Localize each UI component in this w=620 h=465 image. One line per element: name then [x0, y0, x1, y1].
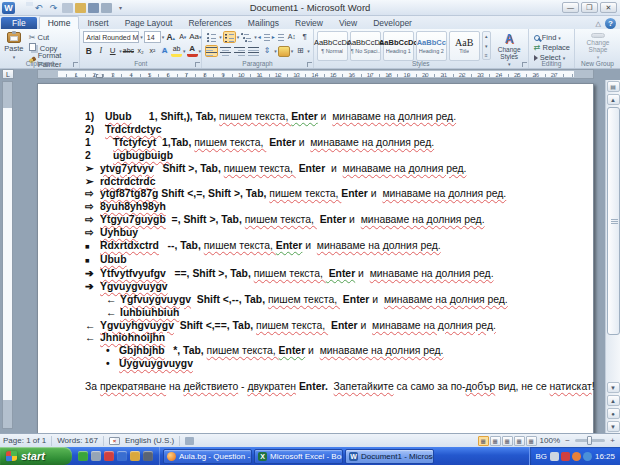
horizontal-ruler[interactable]: 1234567891011121314151617181920212223242… — [37, 69, 594, 79]
zoom-out-button[interactable]: − — [563, 436, 572, 445]
gallery-down-icon[interactable]: ▾ — [485, 43, 488, 49]
gallery-more-icon[interactable]: ≡ — [485, 52, 488, 58]
zoom-in-button[interactable]: + — [608, 436, 617, 445]
tab-insert[interactable]: Insert — [79, 17, 116, 29]
quick-launch-icon-5[interactable] — [130, 451, 140, 461]
language-indicator[interactable]: English (U.S.) — [125, 436, 174, 445]
text-effects-button[interactable]: A — [159, 45, 170, 57]
change-shape-button[interactable]: Change Shape ▾ — [578, 31, 618, 60]
align-right-button[interactable] — [233, 45, 246, 57]
superscript-button[interactable]: x² — [147, 45, 158, 57]
view-ruler-toggle-icon[interactable]: ▤ — [607, 81, 620, 92]
tab-mailings[interactable]: Mailings — [240, 17, 287, 29]
vertical-scrollbar[interactable]: ▤ ▲ ▼ ▲ ● ▼ — [605, 80, 620, 433]
scroll-down-icon[interactable]: ▼ — [607, 382, 620, 393]
full-screen-reading-view-button[interactable]: ▦ — [490, 436, 501, 446]
tab-stop-selector[interactable]: L — [2, 69, 14, 79]
tray-icon-1[interactable] — [550, 452, 559, 461]
multilevel-list-button[interactable] — [240, 31, 253, 43]
styles-gallery-scroll[interactable]: ▴ ▾ ≡ — [482, 31, 491, 60]
show-paragraph-marks-button[interactable]: ¶ — [299, 31, 311, 43]
taskbar-button-firefox[interactable]: Aula.bg - Question - ... — [163, 449, 252, 464]
tab-references[interactable]: References — [180, 17, 239, 29]
increase-indent-button[interactable] — [272, 31, 285, 43]
change-case-button[interactable]: Aa▾ — [189, 31, 201, 43]
shading-button[interactable] — [278, 46, 290, 57]
borders-button[interactable]: ⊞ — [294, 45, 306, 57]
zoom-level[interactable]: 100% — [540, 436, 560, 445]
style-normal[interactable]: AaBbCcDc¶ Normal — [317, 31, 348, 61]
quick-launch-icon-2[interactable] — [91, 451, 101, 461]
style-title[interactable]: AaBTitle — [449, 31, 480, 61]
tab-review[interactable]: Review — [287, 17, 331, 29]
taskbar-button-word[interactable]: WDocument1 - Microsof... — [345, 449, 434, 464]
style-h1[interactable]: AaBbCcDcHeading 1 — [383, 31, 414, 61]
change-styles-button[interactable]: A Change Styles ▾ — [493, 31, 526, 60]
strikethrough-button[interactable]: abc — [123, 45, 134, 57]
sort-button[interactable]: A↕ — [286, 31, 298, 43]
print-layout-view-button[interactable]: ▦ — [478, 436, 489, 446]
clock[interactable]: 16:25 — [595, 452, 615, 461]
cut-button[interactable]: ✂Cut — [27, 33, 77, 42]
tab-page-layout[interactable]: Page Layout — [117, 17, 181, 29]
style-nospace[interactable]: AaBbCcDc¶ No Spaci... — [350, 31, 381, 61]
paragraph-dialog-launcher[interactable] — [307, 62, 312, 67]
restore-button[interactable]: ❒ — [581, 2, 598, 13]
close-button[interactable]: ✕ — [600, 2, 617, 13]
underline-button[interactable]: U — [107, 45, 118, 57]
tab-file[interactable]: File — [1, 17, 37, 29]
quick-launch-icon-3[interactable] — [104, 451, 114, 461]
paste-button[interactable]: Paste ▾ — [3, 31, 25, 60]
font-dialog-launcher[interactable] — [195, 62, 200, 67]
grow-font-button[interactable]: A▴ — [165, 31, 176, 43]
next-page-icon[interactable]: ▼ — [607, 421, 620, 432]
style-h2[interactable]: AaBbCcHeading 2 — [416, 31, 447, 61]
macro-recording-icon[interactable] — [185, 437, 194, 445]
zoom-slider-thumb[interactable] — [587, 436, 592, 445]
styles-dialog-launcher[interactable] — [522, 62, 527, 67]
document-page[interactable]: 1)Ubub 1, Shift,), Tab, пишем текста, En… — [37, 83, 594, 433]
gallery-up-icon[interactable]: ▴ — [485, 33, 488, 39]
replace-button[interactable]: ⇄Replace — [532, 43, 572, 52]
quick-launch-icon-6[interactable] — [143, 451, 153, 461]
draft-view-button[interactable]: ▦ — [526, 436, 537, 446]
tab-home[interactable]: Home — [39, 16, 80, 29]
font-color-button[interactable]: A — [187, 45, 198, 57]
line-spacing-button[interactable]: ⇕ — [261, 45, 273, 57]
tab-view[interactable]: View — [331, 17, 365, 29]
bullets-button[interactable] — [205, 31, 218, 43]
tray-icon-2[interactable] — [561, 452, 570, 461]
proofing-errors-icon[interactable]: × — [109, 437, 120, 445]
scroll-up-icon[interactable]: ▲ — [607, 94, 620, 105]
vertical-ruler[interactable] — [2, 81, 13, 429]
select-browse-object-icon[interactable]: ● — [607, 408, 620, 419]
find-button[interactable]: Find▾ — [532, 33, 572, 42]
font-size-combo[interactable]: 14 — [144, 31, 161, 43]
tab-developer[interactable]: Developer — [365, 17, 420, 29]
shrink-font-button[interactable]: A▾ — [177, 31, 188, 43]
indent-marker[interactable] — [96, 74, 103, 78]
align-center-button[interactable] — [219, 45, 232, 57]
start-button[interactable]: start — [0, 447, 72, 465]
previous-page-icon[interactable]: ▲ — [607, 395, 620, 406]
align-left-button[interactable] — [205, 45, 218, 57]
subscript-button[interactable]: x₂ — [135, 45, 146, 57]
clipboard-dialog-launcher[interactable] — [73, 62, 78, 67]
taskbar-button-excel[interactable]: XMicrosoft Excel - Book2 — [254, 449, 343, 464]
quick-launch-icon-4[interactable] — [117, 451, 127, 461]
highlight-color-button[interactable]: ab — [171, 45, 182, 57]
justify-button[interactable] — [247, 45, 260, 57]
font-name-combo[interactable]: Arial Rounded MT — [83, 31, 139, 43]
scrollbar-thumb[interactable] — [607, 107, 620, 335]
page-indicator[interactable]: Page: 1 of 1 — [3, 436, 46, 445]
language-bar[interactable]: BG — [535, 452, 547, 461]
zoom-slider[interactable] — [575, 439, 605, 442]
italic-button[interactable]: I — [95, 45, 106, 57]
quick-launch-icon-1[interactable] — [78, 451, 88, 461]
word-count[interactable]: Words: 167 — [57, 436, 98, 445]
web-layout-view-button[interactable]: ▦ — [502, 436, 513, 446]
bold-button[interactable]: B — [83, 45, 94, 57]
numbering-button[interactable] — [223, 31, 236, 43]
outline-view-button[interactable]: ▦ — [514, 436, 525, 446]
minimize-button[interactable]: — — [562, 2, 579, 13]
